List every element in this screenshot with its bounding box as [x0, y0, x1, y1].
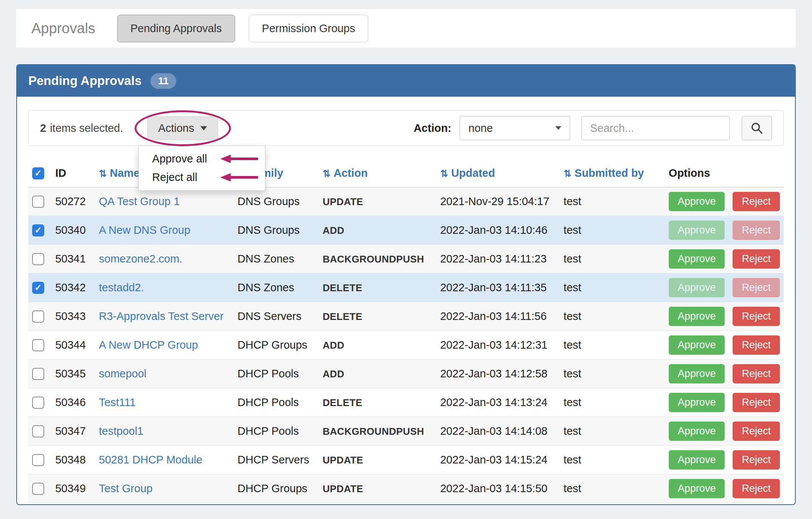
search-button[interactable]: [742, 116, 772, 140]
row-checkbox[interactable]: [32, 397, 44, 409]
row-checkbox[interactable]: [32, 483, 44, 495]
row-name-link[interactable]: testpool1: [99, 425, 144, 437]
row-name-link[interactable]: Test Group: [99, 482, 153, 494]
actions-dropdown: Actions Approve all: [147, 116, 218, 140]
row-submitted-by: test: [560, 388, 665, 417]
approve-button[interactable]: Approve: [669, 307, 725, 326]
row-family: DHCP Pools: [234, 360, 319, 388]
approve-button[interactable]: Approve: [669, 422, 725, 441]
panel-title: Pending Approvals: [28, 74, 141, 88]
approve-button[interactable]: Approve: [669, 364, 725, 383]
row-checkbox[interactable]: [32, 339, 44, 351]
row-family: DNS Servers: [234, 302, 319, 331]
row-name-link[interactable]: R3-Approvals Test Server: [99, 310, 224, 322]
select-all-checkbox[interactable]: [32, 167, 44, 179]
row-name-link[interactable]: 50281 DHCP Module: [99, 454, 203, 466]
row-checkbox[interactable]: [32, 310, 44, 323]
action-select[interactable]: none: [460, 116, 570, 140]
reject-button[interactable]: Reject: [733, 307, 780, 326]
reject-button[interactable]: Reject: [733, 479, 780, 498]
row-checkbox[interactable]: [32, 425, 44, 437]
table-row: 50272 QA Test Group 1 DNS Groups UPDATE …: [28, 187, 784, 216]
row-id: 50349: [51, 474, 95, 503]
approve-button[interactable]: Approve: [669, 450, 725, 470]
row-updated: 2022-Jan-03 14:13:24: [436, 388, 559, 417]
row-id: 50347: [51, 417, 95, 446]
row-name-link[interactable]: somepool: [99, 368, 147, 380]
sort-icon: ⇅: [99, 168, 107, 179]
reject-button[interactable]: Reject: [733, 249, 780, 269]
reject-button[interactable]: Reject: [733, 221, 780, 240]
row-updated: 2022-Jan-03 14:14:08: [436, 417, 559, 446]
table-row: 50345 somepool DHCP Pools ADD 2022-Jan-0…: [28, 360, 784, 388]
tab-pending-approvals[interactable]: Pending Approvals: [117, 15, 235, 42]
approve-button[interactable]: Approve: [669, 393, 725, 412]
approve-button[interactable]: Approve: [669, 192, 725, 211]
row-action: ADD: [322, 368, 344, 380]
approve-button[interactable]: Approve: [669, 479, 725, 498]
row-submitted-by: test: [560, 331, 665, 360]
row-submitted-by: test: [560, 446, 665, 474]
row-checkbox[interactable]: [32, 282, 44, 294]
row-family: DNS Zones: [234, 273, 319, 302]
row-checkbox[interactable]: [32, 224, 44, 236]
row-id: 50348: [51, 446, 95, 474]
reject-button[interactable]: Reject: [733, 335, 780, 355]
approve-button[interactable]: Approve: [669, 335, 725, 355]
pending-approvals-table: ID ⇅Name ⇅Family ⇅Action ⇅Updated ⇅Submi…: [28, 159, 784, 503]
header-action[interactable]: ⇅Action: [319, 159, 436, 187]
row-name-link[interactable]: testadd2.: [99, 281, 144, 293]
header-updated[interactable]: ⇅Updated: [436, 159, 559, 187]
row-updated: 2022-Jan-03 14:15:50: [436, 474, 559, 503]
reject-button[interactable]: Reject: [733, 422, 780, 441]
reject-button[interactable]: Reject: [733, 278, 780, 297]
row-submitted-by: test: [560, 360, 665, 388]
row-action: ADD: [322, 225, 344, 236]
menu-item-reject-all[interactable]: Reject all: [139, 168, 265, 187]
row-name-link[interactable]: somezone2.com.: [99, 253, 183, 265]
toolbar-left: 2 items selected. Actions Approve all: [40, 116, 218, 140]
reject-button[interactable]: Reject: [733, 393, 780, 412]
row-name-link[interactable]: A New DNS Group: [99, 224, 191, 236]
approve-button[interactable]: Approve: [669, 278, 725, 297]
row-name-link[interactable]: Test111: [99, 396, 136, 408]
row-action: BACKGROUNDPUSH: [322, 253, 424, 265]
row-action: UPDATE: [322, 196, 363, 207]
reject-button[interactable]: Reject: [733, 192, 780, 211]
page: Approvals Pending Approvals Permission G…: [0, 0, 812, 519]
reject-button[interactable]: Reject: [733, 364, 780, 383]
row-checkbox[interactable]: [32, 368, 44, 380]
table-row: 50340 A New DNS Group DNS Groups ADD 202…: [28, 216, 784, 245]
toolbar: 2 items selected. Actions Approve all: [28, 110, 784, 146]
search-input[interactable]: [581, 116, 730, 140]
actions-button[interactable]: Actions: [147, 116, 218, 140]
row-name-link[interactable]: QA Test Group 1: [99, 195, 180, 207]
row-family: DHCP Groups: [234, 331, 319, 360]
row-id: 50345: [51, 360, 95, 388]
row-checkbox[interactable]: [32, 253, 44, 265]
selected-count: 2: [40, 122, 46, 134]
tab-permission-groups[interactable]: Permission Groups: [249, 15, 369, 42]
table-row: 50344 A New DHCP Group DHCP Groups ADD 2…: [28, 331, 784, 360]
panel-header: Pending Approvals 11: [17, 65, 795, 97]
row-checkbox[interactable]: [32, 454, 44, 466]
sort-icon: ⇅: [322, 168, 330, 179]
approve-button[interactable]: Approve: [669, 221, 725, 240]
row-action: DELETE: [322, 397, 362, 408]
actions-button-label: Actions: [158, 122, 194, 134]
top-bar: Approvals Pending Approvals Permission G…: [16, 9, 796, 48]
header-submitted-by[interactable]: ⇅Submitted by: [560, 159, 665, 187]
menu-item-approve-all[interactable]: Approve all: [139, 150, 265, 168]
row-name-link[interactable]: A New DHCP Group: [99, 339, 198, 351]
table-row: 50349 Test Group DHCP Groups UPDATE 2022…: [28, 474, 784, 503]
row-family: DHCP Servers: [234, 446, 319, 474]
row-updated: 2022-Jan-03 14:10:46: [436, 216, 559, 245]
row-checkbox[interactable]: [32, 196, 44, 208]
search-icon: [750, 122, 763, 134]
row-id: 50346: [51, 388, 95, 417]
row-submitted-by: test: [560, 474, 665, 503]
reject-button[interactable]: Reject: [733, 450, 780, 470]
row-updated: 2021-Nov-29 15:04:17: [436, 187, 559, 216]
approve-button[interactable]: Approve: [669, 249, 725, 269]
row-action: DELETE: [322, 282, 362, 293]
